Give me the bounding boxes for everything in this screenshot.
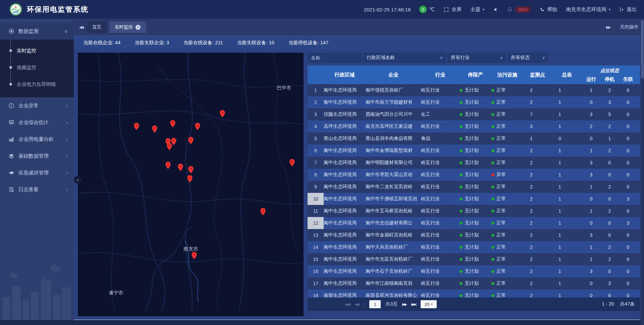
cell-region: 阆中生态环境局 — [324, 220, 366, 226]
org-menu[interactable]: 南充市生态环境局 ▾ — [566, 6, 610, 13]
fullscreen-button[interactable]: 全屏 — [443, 6, 462, 13]
sidebar-subitem-0-0[interactable]: 实时监控 — [0, 42, 74, 59]
tab-1[interactable]: 实时监控× — [109, 21, 146, 33]
last-page-button[interactable]: ▶▶| — [411, 302, 416, 307]
map-pin[interactable] — [195, 123, 200, 130]
mute-button[interactable] — [493, 7, 498, 12]
chevron-left-icon: ‹ — [66, 137, 68, 142]
first-page-button[interactable]: |◀◀ — [345, 302, 350, 307]
help-button[interactable]: 帮助 — [540, 6, 557, 13]
page-scrollbar[interactable] — [641, 19, 644, 325]
map-pin[interactable] — [188, 166, 194, 173]
tab-label: 首页 — [92, 24, 101, 30]
table-row-16[interactable]: 16阆中生态环境局阆中市石子页岩机砖厂砖瓦行业无计划正常21300 — [308, 265, 640, 277]
cell-company: 阆中市石子页岩机砖厂 — [366, 268, 421, 274]
close-tab-icon[interactable]: × — [136, 25, 141, 30]
map-pin[interactable] — [220, 110, 225, 117]
map-pin[interactable] — [188, 137, 194, 144]
status-dot-icon — [460, 294, 463, 297]
status-filter-select[interactable]: 所有状态 ∨ — [507, 53, 548, 63]
table-row-15[interactable]: 15阆中生态环境局阆中市光富页岩机砖厂砖瓦行业无计划正常21120 — [308, 253, 640, 265]
map-pin[interactable] — [187, 175, 193, 182]
table-row-5[interactable]: 5营山生态环境局营山县润丰肉食品有限食品无计划正常10010 — [308, 132, 640, 145]
map-panel[interactable]: 巴中市南充市遂宁市 ‹ — [78, 53, 304, 316]
sidebar-item-4[interactable]: 基础数据管理‹ — [0, 148, 74, 164]
page-size-select[interactable]: 20 ▾ — [421, 300, 437, 308]
map-pin[interactable] — [178, 164, 183, 171]
cell-company: 南充市高坪区王家店建 — [366, 123, 421, 129]
prev-page-button[interactable]: ◀◀ — [355, 302, 359, 307]
sidebar-subitem-label: 企业电力负荷明细 — [17, 81, 56, 88]
page-scrollbar-thumb[interactable] — [641, 20, 644, 78]
table-row-8[interactable]: 8阆中生态环境局阆中市枣碧大梁山页岩砖瓦行业无计划异常21300 — [308, 169, 640, 181]
cell-meters: 1 — [552, 281, 582, 286]
table-row-9[interactable]: 9阆中生态环境局阆中市二龙长宝页岩砖砖瓦行业无计划正常21120 — [308, 181, 640, 193]
sidebar-subitem-0-2[interactable]: 企业电力负荷明细 — [0, 76, 74, 93]
logout-button[interactable]: 退出 — [619, 6, 637, 13]
name-filter-input[interactable] — [308, 53, 362, 63]
cell-down: 0 — [600, 220, 619, 226]
table-row-13[interactable]: 13阆中生态环境局阆中市金福旺页岩机砖砖瓦行业无计划正常21300 — [308, 229, 640, 241]
cell-company: 阆中明阳建材有限公司 — [366, 160, 421, 166]
map-pin[interactable] — [152, 125, 157, 133]
row-index: 9 — [308, 181, 324, 193]
table-row-7[interactable]: 7阆中生态环境局阆中明阳建材有限公司砖瓦行业无计划正常21300 — [308, 157, 640, 169]
cell-facility-status: 正常 — [491, 208, 523, 214]
sidebar-item-1[interactable]: 企业异常‹ — [0, 97, 74, 114]
status-dot-icon — [491, 270, 494, 273]
sidebar-subitem-0-1[interactable]: 视频监控 — [0, 59, 74, 76]
cell-company: 阆中强锐页岩砖厂 — [366, 87, 421, 93]
chevron-down-icon: ▾ — [431, 303, 433, 306]
chevron-left-icon: ‹ — [66, 120, 68, 125]
cell-points: 2 — [523, 160, 552, 165]
tab-0[interactable]: 首页 — [87, 21, 107, 33]
table-row-14[interactable]: 14阆中生态环境局阆中大兴页岩机砖厂砖瓦行业无计划正常21120 — [308, 241, 640, 253]
sidebar-item-6[interactable]: 日志查看‹ — [0, 181, 74, 198]
next-page-button[interactable]: ▶▶ — [402, 302, 407, 307]
cell-industry: 砖瓦行业 — [421, 292, 460, 297]
region-filter-select[interactable]: 行政区域名称 ∨ — [363, 53, 446, 63]
theme-menu[interactable]: 主题 ▾ — [470, 6, 485, 13]
tabs-scroll-right-button[interactable]: ▶▶ — [606, 25, 610, 30]
table-row-17[interactable]: 17阆中生态环境局阆中市江南镇阆南页岩砖瓦行业无计划正常21030 — [308, 277, 640, 289]
close-operations-menu[interactable]: 关闭操作 — [620, 24, 639, 30]
map-pin[interactable] — [167, 143, 172, 150]
sidebar-subitem-label: 实时监控 — [17, 48, 36, 54]
sidebar-item-2[interactable]: 企业综合统计‹ — [0, 114, 74, 131]
cell-down: 1 — [600, 136, 619, 141]
cell-facility-status: 正常 — [491, 256, 523, 262]
cell-company: 阆中市二龙长宝页岩砖 — [366, 184, 421, 190]
map-pin[interactable] — [192, 252, 197, 259]
cell-points: 2 — [523, 100, 552, 105]
sidebar-item-5[interactable]: 应急减排管理‹ — [0, 164, 74, 181]
cell-run: 3 — [582, 160, 600, 165]
table-row-12[interactable]: 12阆中生态环境局阆中市忠信建材有限公砖瓦行业无计划正常21003 — [308, 217, 640, 229]
sidebar-item-0[interactable]: 数据监测∨ — [0, 23, 74, 40]
industry-filter-select[interactable]: 所有行业 ∨ — [447, 53, 506, 63]
table-row-18[interactable]: 18南部生态环境局南部县双河页岩砖有限公砖瓦行业无计划正常21060 — [308, 289, 640, 297]
table-row-6[interactable]: 6阆中生态环境局阆中市金博瑞新型墙材砖瓦行业无计划正常21120 — [308, 145, 640, 157]
chevron-down-icon: ∨ — [500, 55, 503, 60]
table-row-1[interactable]: 1阆中生态环境局阆中强锐页岩砖厂砖瓦行业无计划正常21120 — [308, 84, 640, 96]
cell-company: 阆中市千佛镇五郎垭页岩 — [366, 196, 421, 202]
table-row-11[interactable]: 11阆中生态环境局阆中市五马桥页岩机砖砖瓦行业无计划正常21120 — [308, 205, 640, 217]
cell-stop-status: 无计划 — [460, 111, 491, 117]
table-row-10[interactable]: 10阆中生态环境局阆中市千佛镇五郎垭页岩砖瓦行业无计划正常21003 — [308, 193, 640, 205]
collapse-map-button[interactable]: ‹ — [74, 176, 82, 183]
map-pin[interactable] — [289, 159, 295, 166]
table-row-4[interactable]: 4高坪生态环境局南充市高坪区王家店建砖瓦行业无计划正常31220 — [308, 120, 640, 132]
map-pin[interactable] — [260, 208, 266, 215]
pagination-divider: | — [364, 302, 365, 307]
current-page-input[interactable]: 1 — [369, 300, 381, 308]
notifications[interactable]: 2632 — [507, 6, 531, 13]
map-pin[interactable] — [165, 162, 171, 169]
sidebar-item-3[interactable]: 企业用电量分析‹ — [0, 131, 74, 148]
logout-label: 退出 — [627, 6, 637, 13]
table-row-2[interactable]: 2阆中生态环境局阆中市南方节能建材有砖瓦行业无计划正常21030 — [308, 96, 640, 108]
tabs-scroll-left-button[interactable]: ◀◀ — [79, 25, 83, 30]
row-index: 17 — [308, 277, 324, 289]
map-pin[interactable] — [134, 123, 139, 130]
table-row-3[interactable]: 3仪陇生态环境局西南油气田分公司川中化工无计划正常71350 — [308, 108, 640, 120]
cell-company: 阆中市五马桥页岩机砖 — [366, 208, 421, 214]
map-pin[interactable] — [170, 120, 175, 127]
